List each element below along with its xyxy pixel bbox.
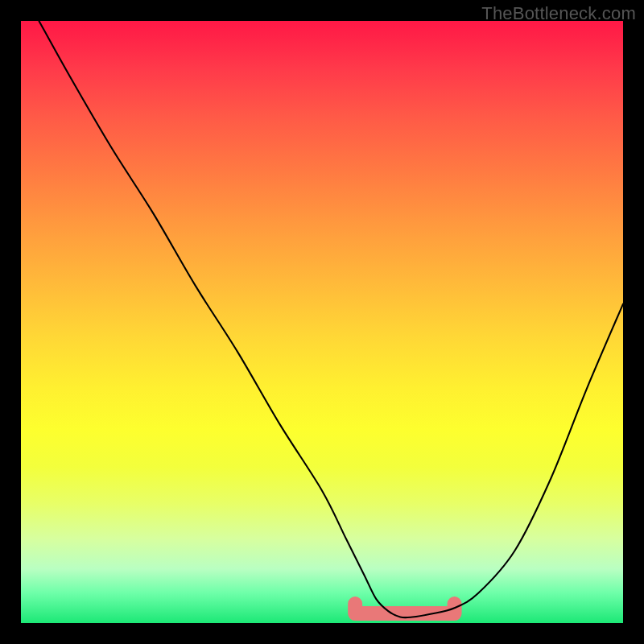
chart-plot-area — [21, 21, 623, 623]
curve-layer — [21, 21, 623, 623]
bottleneck-curve-line — [39, 21, 623, 617]
